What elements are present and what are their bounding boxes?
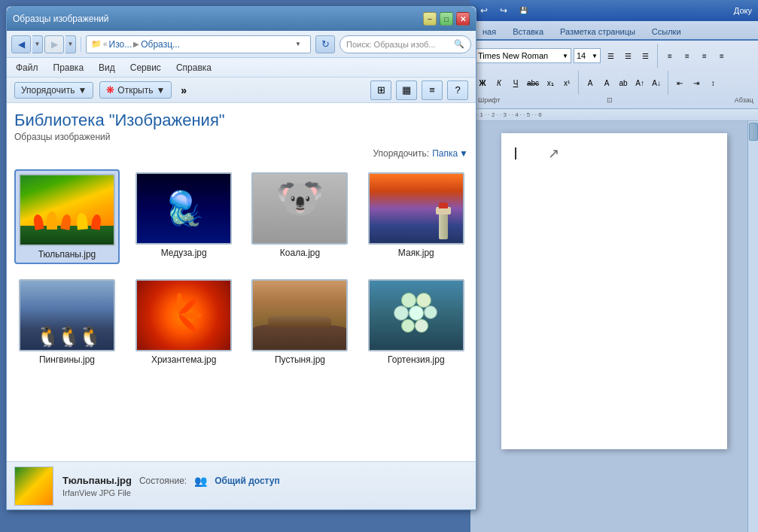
thumbnail-tulips	[19, 174, 115, 246]
explorer-nav-bar: ◀ ▼ ▶ ▼ 📁 « Изо... ▶ Образц... ▼ ↻ Поиск…	[7, 31, 476, 58]
view-details-button[interactable]: ≡	[422, 81, 443, 100]
underline-button[interactable]: Ч	[508, 75, 523, 90]
word-application: ↩ ↪ 💾 Доку ная Вставка Разметка страницы…	[470, 0, 758, 532]
explorer-toolbar: Упорядочить ▼ ❋ Открыть ▼ » ⊞ ▦ ≡ ?	[7, 78, 476, 103]
font-name-dropdown-icon: ▼	[562, 53, 568, 59]
file-item-lighthouse[interactable]: Маяк.jpg	[364, 169, 468, 264]
font-name-selector[interactable]: Times New Roman ▼	[475, 48, 571, 63]
cursor-area: ↗	[515, 145, 559, 162]
indent-increase-btn[interactable]: ⇥	[689, 75, 704, 90]
explorer-status-bar: Тюльпаны.jpg Состояние: 👥 Общий доступ I…	[7, 461, 476, 509]
nav-separator	[81, 37, 81, 52]
file-item-koala[interactable]: 🐨 Коала.jpg	[248, 169, 352, 264]
bold-button[interactable]: Ж	[475, 75, 490, 90]
library-title: Библиотека "Изображения"	[14, 111, 468, 130]
thumbnail-desert	[251, 279, 348, 351]
paragraph-btn-1[interactable]: ☰	[603, 48, 618, 63]
font-expand-icon[interactable]: ⊡	[607, 96, 613, 104]
highlight-btn[interactable]: ab	[616, 75, 631, 90]
sort-bar: Упорядочить: Папка ▼	[14, 148, 468, 159]
paragraph-btn-2[interactable]: ☰	[620, 48, 635, 63]
open-label: Открыть	[117, 85, 153, 96]
help-button-toolbar[interactable]: ?	[447, 81, 468, 100]
italic-button[interactable]: К	[492, 75, 507, 90]
font-name-label: Times New Roman	[478, 51, 548, 60]
align-right-btn[interactable]: ≡	[697, 48, 712, 63]
back-dropdown[interactable]: ▼	[32, 35, 43, 53]
status-access-icon: 👥	[194, 475, 207, 487]
shrink-font-btn[interactable]: A↓	[649, 75, 664, 90]
open-button[interactable]: ❋ Открыть ▼	[99, 81, 172, 99]
close-button[interactable]: ✕	[456, 12, 470, 26]
sort-dropdown-icon: ▼	[459, 148, 468, 159]
address-dropdown-icon[interactable]: ▼	[295, 41, 306, 47]
strikethrough-button[interactable]: аbc	[525, 75, 541, 90]
indent-decrease-btn[interactable]: ⇤	[672, 75, 687, 90]
explorer-title-bar: Образцы изображений – □ ✕	[7, 7, 476, 31]
thumbnail-grid: Тюльпаны.jpg 🪼 Медуза.jpg 🐨 Коала.	[14, 166, 468, 371]
font-color-btn[interactable]: A	[599, 75, 614, 90]
status-filename-row: Тюльпаны.jpg Состояние: 👥 Общий доступ	[62, 475, 280, 487]
superscript-button[interactable]: х¹	[559, 75, 574, 90]
file-item-desert[interactable]: Пустыня.jpg	[248, 276, 352, 368]
menu-file[interactable]: Файл	[13, 61, 41, 74]
file-item-penguins[interactable]: 🐧🐧🐧 Пингвины.jpg	[14, 276, 120, 368]
scroll-thumb-top[interactable]	[749, 123, 758, 141]
menu-edit[interactable]: Правка	[50, 61, 87, 74]
file-label-tulips: Тюльпаны.jpg	[38, 249, 96, 260]
thumbnail-penguins: 🐧🐧🐧	[19, 279, 115, 351]
word-scrollbar[interactable]	[747, 121, 758, 532]
sort-value[interactable]: Папка ▼	[432, 148, 468, 159]
organize-label: Упорядочить	[21, 85, 75, 96]
menu-view[interactable]: Вид	[96, 61, 118, 74]
minimize-button[interactable]: –	[423, 12, 437, 26]
view-list-button[interactable]: ▦	[396, 81, 417, 100]
forward-button[interactable]: ▶	[44, 35, 64, 53]
forward-dropdown[interactable]: ▼	[65, 35, 76, 53]
path-segment-2[interactable]: Образц...	[141, 39, 180, 50]
status-state-label: Состояние:	[139, 476, 187, 486]
align-left-btn[interactable]: ≡	[662, 48, 677, 63]
word-tab-home[interactable]: ная	[475, 24, 504, 39]
view-toggle-button[interactable]: ⊞	[370, 81, 391, 100]
ruler-marks: · 1 · · 2 · · 3 · · 4 · · 5 · · 6	[476, 111, 542, 118]
justify-btn[interactable]: ≡	[714, 48, 729, 63]
open-icon: ❋	[106, 84, 114, 96]
word-save-quick-button[interactable]: 💾	[516, 3, 531, 18]
address-bar[interactable]: 📁 « Изо... ▶ Образц... ▼	[86, 35, 311, 53]
word-redo-button[interactable]: ↪	[496, 3, 511, 18]
menu-service[interactable]: Сервис	[127, 61, 164, 74]
file-label-jellyfish: Медуза.jpg	[161, 248, 207, 258]
search-bar[interactable]: Поиск: Образцы изоб... 🔍	[339, 35, 471, 53]
menu-help[interactable]: Справка	[173, 61, 215, 74]
clear-format-btn[interactable]: A	[583, 75, 598, 90]
grow-font-btn[interactable]: A↑	[632, 75, 647, 90]
word-tab-references[interactable]: Ссылки	[644, 24, 689, 39]
text-cursor	[515, 147, 516, 160]
word-tab-pagelayout[interactable]: Разметка страницы	[553, 24, 643, 39]
maximize-button[interactable]: □	[440, 12, 453, 26]
font-size-selector[interactable]: 14 ▼	[574, 48, 601, 63]
line-spacing-btn[interactable]: ↕	[705, 75, 720, 90]
subscript-button[interactable]: х₁	[543, 75, 558, 90]
word-tab-insert[interactable]: Вставка	[505, 24, 551, 39]
word-undo-button[interactable]: ↩	[476, 3, 492, 18]
word-page[interactable]: ↗	[501, 133, 727, 449]
toolbar-more-button[interactable]: »	[178, 83, 190, 98]
file-item-chrysanthemum[interactable]: Хризантема.jpg	[132, 276, 236, 368]
path-arrow-1: ▶	[133, 40, 139, 48]
file-item-tulips[interactable]: Тюльпаны.jpg	[14, 169, 120, 264]
explorer-window-title: Образцы изображений	[13, 14, 108, 24]
back-button[interactable]: ◀	[11, 35, 31, 53]
thumbnail-hydrangea	[368, 279, 464, 351]
organize-button[interactable]: Упорядочить ▼	[14, 82, 93, 99]
thumbnail-jellyfish: 🪼	[135, 172, 232, 245]
file-item-hydrangea[interactable]: Гортензия.jpg	[364, 276, 468, 368]
align-center-btn[interactable]: ≡	[680, 48, 695, 63]
refresh-button[interactable]: ↻	[315, 35, 335, 53]
word-ruler: · 1 · · 2 · · 3 · · 4 · · 5 · · 6	[470, 109, 758, 121]
path-segment-1[interactable]: Изо...	[109, 39, 132, 50]
file-item-jellyfish[interactable]: 🪼 Медуза.jpg	[132, 169, 236, 264]
word-tabs-bar: ная Вставка Разметка страницы Ссылки	[470, 21, 758, 41]
paragraph-btn-3[interactable]: ☰	[638, 48, 653, 63]
